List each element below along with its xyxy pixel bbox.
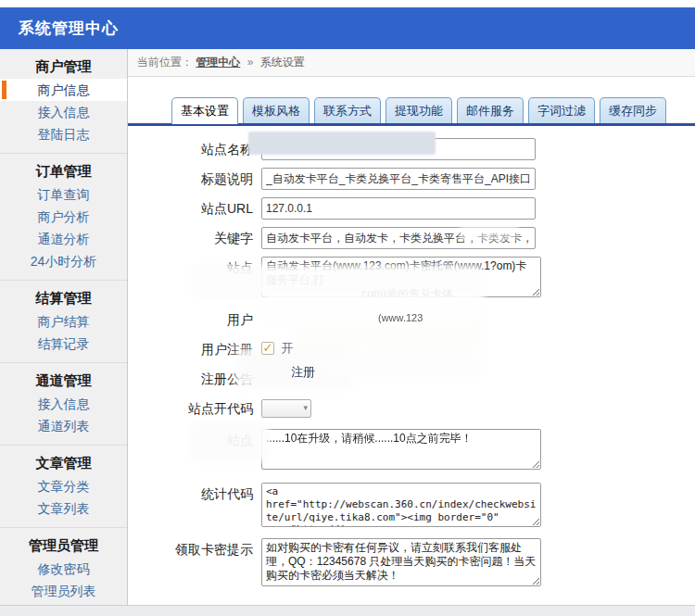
sidebar-item-order-query[interactable]: 订单查询 [0,183,127,206]
card-tip-label: 领取卡密提示 [128,538,261,590]
form-row-keywords: 关键字 [128,227,695,249]
sidebar-item-article-list[interactable]: 文章列表 [0,497,127,520]
register-notice-fragment: 注册 [291,364,315,381]
site-name-input[interactable] [261,138,536,160]
register-notice-label: 注册公告 [128,368,261,390]
sidebar-item-24h-analysis[interactable]: 24小时分析 [0,250,127,272]
statistics-code-textarea[interactable]: <a href="http://webscan.360.cn/index/che… [261,483,541,527]
sidebar-section-title: 管理员管理 [0,535,127,556]
app-header: 系统管理中心 [0,7,695,49]
site-description-textarea[interactable]: 自动发卡平台(www.123.com)卡密托管(www.1?om)卡服务平台,打… [261,257,541,297]
site-name-label: 站点名称 [128,138,261,160]
sidebar-section-orders: 订单管理 订单查询 商户分析 通道分析 24小时分析 [0,154,127,281]
form-row-register-notice: 注册公告 注册 [128,368,695,390]
sidebar-item-channel-access[interactable]: 接入信息 [0,393,127,415]
sidebar: 商户管理 商户信息 接入信息 登陆日志 订单管理 订单查询 商户分析 通道分析 … [0,49,128,616]
breadcrumb-current: 系统设置 [260,56,305,69]
layout: 商户管理 商户信息 接入信息 登陆日志 订单管理 订单查询 商户分析 通道分析 … [0,49,695,616]
tab-word-filter[interactable]: 字词过滤 [528,97,595,123]
sidebar-section-title: 文章管理 [0,453,127,473]
form-row-title-desc: 标题说明 [128,168,695,190]
sidebar-item-channel-analysis[interactable]: 通道分析 [0,228,127,250]
tab-withdraw[interactable]: 提现功能 [385,97,452,123]
user-register-checkbox[interactable]: ✓ [261,342,274,355]
site-open-code-label: 站点开代码 [128,397,261,420]
breadcrumb: 当前位置： 管理中心 » 系统设置 [128,49,695,77]
site-announcement-textarea[interactable]: ......10在升级，请稍候......10点之前完毕！ [261,429,541,470]
tab-cache-sync[interactable]: 缓存同步 [600,97,666,123]
title-desc-input[interactable] [261,168,536,190]
sidebar-section-admin: 管理员管理 修改密码 管理员列表 登陆日志 [0,528,127,616]
form-row-user-blurred: 用户 (www.123 [128,308,695,331]
sidebar-section-settlement: 结算管理 商户结算 结算记录 [0,281,127,363]
site-announcement-label: 站点 [128,429,261,473]
tab-contact[interactable]: 联系方式 [314,97,381,123]
form-row-card-tip: 领取卡密提示 如对购买的卡密有任何异议，请立刻联系我们客服处理，QQ：12345… [128,538,695,590]
user-register-fragment: 开 [281,341,293,355]
site-url-input[interactable] [261,197,536,220]
settings-content: 基本设置 模板风格 联系方式 提现功能 邮件服务 字词过滤 缓存同步 站点名称 … [128,77,695,616]
statistics-code-label: 统计代码 [128,483,261,531]
sidebar-section-merchant: 商户管理 商户信息 接入信息 登陆日志 [0,49,127,154]
settings-tabs: 基本设置 模板风格 联系方式 提现功能 邮件服务 字词过滤 缓存同步 [128,97,695,126]
card-tip-textarea[interactable]: 如对购买的卡密有任何异议，请立刻联系我们客服处理，QQ：12345678 只处理… [261,538,541,586]
sidebar-item-login-log[interactable]: 登陆日志 [0,123,127,145]
form-row-site-url: 站点URL [128,197,695,220]
chevron-down-icon: ▾ [303,403,308,412]
form-row-user-register: 用户注册 ✓ 开 [128,338,695,360]
form-row-site-name: 站点名称 [128,138,695,160]
site-description-label: 站点 [128,257,261,301]
sidebar-section-title: 订单管理 [0,161,127,182]
sidebar-item-access-info[interactable]: 接入信息 [0,101,127,123]
sidebar-item-merchant-info[interactable]: 商户信息 [0,79,127,101]
system-admin-page: { "header": { "title": "系统管理中心" }, "brea… [0,0,695,616]
user-register-label: 用户注册 [128,338,261,360]
site-url-label: 站点URL [128,197,261,220]
tab-basic-settings[interactable]: 基本设置 [171,97,238,124]
sidebar-item-merchant-analysis[interactable]: 商户分析 [0,206,127,228]
sidebar-item-channel-list[interactable]: 通道列表 [0,415,127,437]
active-accent-bar [2,81,6,99]
footer-strip [0,605,695,616]
sidebar-section-title: 结算管理 [0,288,127,308]
breadcrumb-prefix: 当前位置： [137,56,193,69]
keywords-label: 关键字 [128,227,261,249]
form-row-site-description: 站点 自动发卡平台(www.123.com)卡密托管(www.1?om)卡服务平… [128,257,695,301]
breadcrumb-link-admin-center[interactable]: 管理中心 [196,56,240,69]
user-row-fragment: (www.123 [378,312,423,323]
sidebar-item-settlement-records[interactable]: 结算记录 [0,333,127,355]
form-row-site-open-code: 站点开代码 ▾ [128,397,695,420]
user-row-label: 用户 [128,308,261,331]
sidebar-section-title: 通道管理 [0,371,127,391]
form-row-site-announcement: 站点 ......10在升级，请稍候......10点之前完毕！ [128,429,695,473]
site-open-code-select[interactable]: ▾ [261,399,311,418]
form-row-statistics-code: 统计代码 <a href="http://webscan.360.cn/inde… [128,483,695,531]
page-title: 系统管理中心 [19,18,119,39]
basic-settings-form: 站点名称 标题说明 站点URL 关键字 站点 自动发卡平台( [128,126,695,616]
sidebar-section-title: 商户管理 [0,57,127,77]
breadcrumb-separator: » [247,56,254,69]
sidebar-item-merchant-settlement[interactable]: 商户结算 [0,310,127,333]
main-area: 当前位置： 管理中心 » 系统设置 基本设置 模板风格 联系方式 提现功能 邮件… [128,49,695,616]
sidebar-item-admin-list[interactable]: 管理员列表 [0,580,127,602]
tab-mail-service[interactable]: 邮件服务 [457,97,524,123]
sidebar-item-article-category[interactable]: 文章分类 [0,475,127,497]
sidebar-section-articles: 文章管理 文章分类 文章列表 [0,446,127,528]
sidebar-item-change-password[interactable]: 修改密码 [0,558,127,580]
title-desc-label: 标题说明 [128,168,261,190]
sidebar-section-channel: 通道管理 接入信息 通道列表 [0,363,127,446]
top-gap [0,0,695,7]
keywords-input[interactable] [261,227,536,249]
tab-template-style[interactable]: 模板风格 [243,97,310,123]
